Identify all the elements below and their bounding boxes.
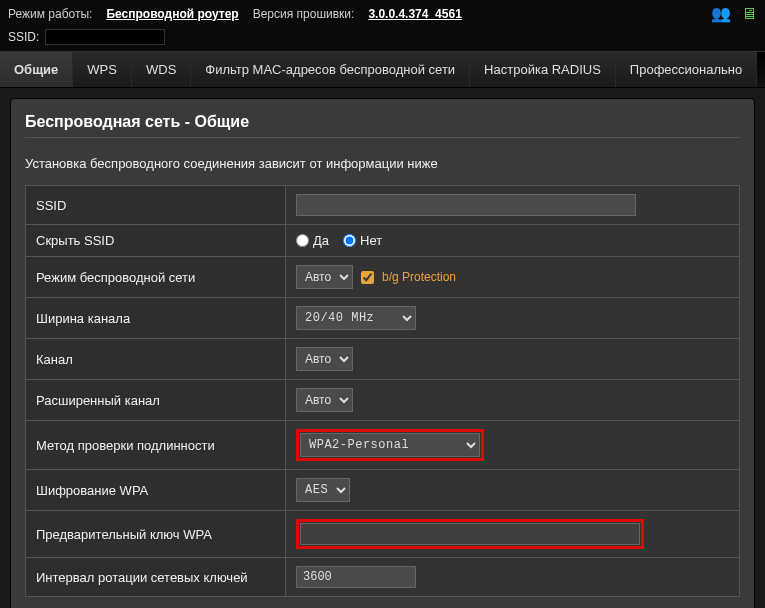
label-ssid: SSID xyxy=(26,186,286,225)
radio-hide-no-label: Нет xyxy=(360,233,382,248)
select-enc[interactable]: AES xyxy=(296,478,350,502)
settings-panel: Беспроводная сеть - Общие Установка бесп… xyxy=(10,98,755,608)
label-ext: Расширенный канал xyxy=(26,380,286,421)
row-auth: Метод проверки подлинности WPA2-Personal xyxy=(26,421,740,470)
ssid-label: SSID: xyxy=(8,30,39,44)
ssid-bar: SSID: xyxy=(0,27,765,51)
label-channel: Канал xyxy=(26,339,286,380)
row-width: Ширина канала 20/40 MHz xyxy=(26,298,740,339)
label-hide-ssid: Скрыть SSID xyxy=(26,225,286,257)
tab-pro[interactable]: Профессионально xyxy=(616,52,757,87)
tab-radius[interactable]: Настройка RADIUS xyxy=(470,52,616,87)
highlight-psk xyxy=(296,519,644,549)
label-enc: Шифрование WPA xyxy=(26,470,286,511)
tab-wps[interactable]: WPS xyxy=(73,52,132,87)
tab-macfilter[interactable]: Фильтр MAC-адресов беспроводной сети xyxy=(191,52,470,87)
select-channel[interactable]: Авто xyxy=(296,347,353,371)
row-rekey: Интервал ротации сетевых ключей xyxy=(26,558,740,597)
users-icon[interactable]: 👥 xyxy=(711,4,731,23)
row-channel: Канал Авто xyxy=(26,339,740,380)
row-mode: Режим беспроводной сети Авто b/g Protect… xyxy=(26,257,740,298)
row-psk: Предварительный ключ WPA xyxy=(26,511,740,558)
tab-general[interactable]: Общие xyxy=(0,52,73,87)
panel-separator xyxy=(25,137,740,138)
fw-link[interactable]: 3.0.0.4.374_4561 xyxy=(368,7,461,21)
panel-desc: Установка беспроводного соединения завис… xyxy=(25,156,740,171)
radio-hide-no[interactable] xyxy=(343,234,356,247)
row-ssid: SSID xyxy=(26,186,740,225)
fw-label: Версия прошивки: xyxy=(253,7,355,21)
panel-title: Беспроводная сеть - Общие xyxy=(25,113,740,131)
label-width: Ширина канала xyxy=(26,298,286,339)
tab-strip: Общие WPS WDS Фильтр MAC-адресов беспров… xyxy=(0,51,765,88)
mode-link[interactable]: Беспроводной роутер xyxy=(106,7,238,21)
radio-hide-yes-label: Да xyxy=(313,233,329,248)
network-icon[interactable]: 🖥 xyxy=(741,5,757,23)
input-ssid[interactable] xyxy=(296,194,636,216)
row-ext: Расширенный канал Авто xyxy=(26,380,740,421)
input-rekey[interactable] xyxy=(296,566,416,588)
select-mode[interactable]: Авто xyxy=(296,265,353,289)
ssid-top-input[interactable] xyxy=(45,29,165,45)
label-auth: Метод проверки подлинности xyxy=(26,421,286,470)
top-bar: Режим работы: Беспроводной роутер Версия… xyxy=(0,0,765,27)
label-psk: Предварительный ключ WPA xyxy=(26,511,286,558)
mode-label: Режим работы: xyxy=(8,7,92,21)
row-hide-ssid: Скрыть SSID Да Нет xyxy=(26,225,740,257)
radio-hide-yes[interactable] xyxy=(296,234,309,247)
settings-table: SSID Скрыть SSID Да Нет Режим беспроводн… xyxy=(25,185,740,597)
highlight-auth: WPA2-Personal xyxy=(296,429,484,461)
row-enc: Шифрование WPA AES xyxy=(26,470,740,511)
label-rekey: Интервал ротации сетевых ключей xyxy=(26,558,286,597)
label-bg-protection: b/g Protection xyxy=(382,270,456,284)
input-psk[interactable] xyxy=(300,523,640,545)
label-mode: Режим беспроводной сети xyxy=(26,257,286,298)
checkbox-bg[interactable] xyxy=(361,271,374,284)
tab-wds[interactable]: WDS xyxy=(132,52,191,87)
select-width[interactable]: 20/40 MHz xyxy=(296,306,416,330)
select-ext[interactable]: Авто xyxy=(296,388,353,412)
select-auth[interactable]: WPA2-Personal xyxy=(300,433,480,457)
